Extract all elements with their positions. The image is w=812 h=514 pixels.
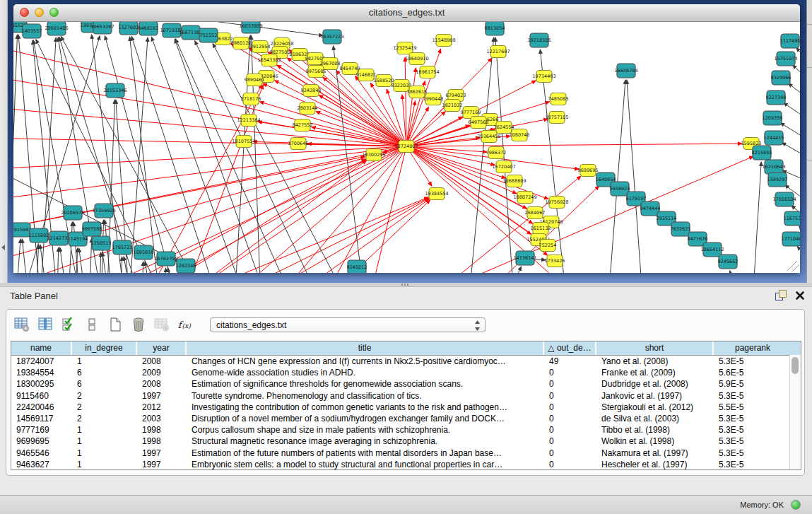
delete-column-icon[interactable]: [130, 316, 147, 333]
graph-node[interactable]: 12217697: [486, 46, 510, 58]
graph-node[interactable]: 14136141: [513, 251, 536, 265]
graph-node[interactable]: 2803144: [298, 103, 318, 115]
graph-node[interactable]: 2684067: [525, 207, 546, 219]
graph-node[interactable]: 752254: [539, 240, 557, 252]
graph-node[interactable]: 1599297: [767, 173, 788, 187]
graph-node[interactable]: 16782759: [154, 252, 177, 266]
graph-node[interactable]: 1621022: [442, 100, 463, 112]
graph-node[interactable]: 1250513: [91, 236, 112, 250]
table-row[interactable]: 946554611997Estimation of the future num…: [11, 448, 801, 459]
graph-node[interactable]: 3624554: [494, 122, 514, 134]
column-header-in_degree[interactable]: in_degree: [72, 341, 137, 355]
function-builder-icon[interactable]: f(x): [177, 316, 194, 333]
graph-node[interactable]: 1167533: [784, 211, 800, 226]
graph-node[interactable]: 1292346: [176, 259, 196, 273]
graph-node[interactable]: 16210643: [762, 160, 785, 174]
column-header-title[interactable]: title: [187, 341, 544, 355]
graph-node[interactable]: 8427552: [293, 119, 313, 132]
graph-node[interactable]: 1615132: [531, 223, 551, 235]
show-column-icon[interactable]: [37, 316, 54, 333]
table-row[interactable]: 946362711997Embryonic stem cells: a mode…: [11, 459, 801, 470]
graph-node[interactable]: 1209358: [763, 111, 783, 125]
graph-node[interactable]: 20206576: [61, 206, 84, 220]
graph-node[interactable]: 18757105: [545, 112, 568, 124]
graph-node[interactable]: 1700646: [288, 138, 309, 150]
graph-node[interactable]: 1990448: [423, 93, 444, 105]
table-select-dropdown[interactable]: citations_edges.txt: [210, 317, 486, 332]
network-canvas[interactable]: 1872400771638228960128891295423226058982…: [13, 22, 800, 273]
table-row[interactable]: 1456911722003Disruption of a novel membe…: [11, 413, 801, 424]
table-scrollbar[interactable]: [789, 355, 801, 469]
graph-node[interactable]: 15720407: [492, 161, 515, 173]
select-rows-icon[interactable]: [60, 316, 77, 333]
graph-node[interactable]: 1733426: [545, 255, 565, 267]
graph-node[interactable]: 17016504: [772, 192, 796, 206]
graph-node[interactable]: 16961754: [416, 66, 439, 78]
column-header-name[interactable]: name: [11, 341, 72, 355]
table-scrollbar-thumb[interactable]: [792, 357, 799, 374]
graph-node[interactable]: 1244415: [764, 131, 784, 145]
graph-node[interactable]: 9227349: [766, 90, 787, 105]
graph-node[interactable]: 18107554: [232, 136, 255, 148]
graph-node[interactable]: 7632621: [671, 222, 691, 236]
table-row[interactable]: 911546021997Tourette syndrome. Phenomeno…: [11, 390, 801, 402]
graph-node[interactable]: 1080748: [510, 129, 530, 141]
graph-node[interactable]: 9890461: [245, 74, 265, 86]
graph-node[interactable]: 1527602: [119, 22, 139, 35]
graph-node[interactable]: 8813054: [485, 22, 505, 35]
graph-node[interactable]: 9245652: [718, 255, 739, 269]
graph-node[interactable]: 10653287: [90, 22, 114, 34]
graph-node[interactable]: 9329966: [771, 71, 792, 85]
graph-node[interactable]: 16033809: [239, 22, 262, 33]
graph-node[interactable]: 9699695: [578, 165, 599, 177]
graph-node[interactable]: 20691406: [45, 22, 68, 35]
graph-node[interactable]: 2718176: [241, 93, 261, 105]
column-header-out_de[interactable]: △ out_de…: [544, 341, 596, 355]
graph-node[interactable]: 1115682: [29, 228, 49, 243]
graph-node[interactable]: 751552: [199, 28, 218, 42]
table-row[interactable]: 2242004622012Investigating the contribut…: [11, 402, 801, 413]
network-graph[interactable]: 1872400771638228960128891295423226058982…: [13, 22, 800, 273]
graph-node[interactable]: 7986372: [486, 147, 507, 159]
close-panel-icon[interactable]: [795, 291, 805, 300]
graph-node[interactable]: 1771046: [782, 232, 800, 246]
graph-node[interactable]: 7485083: [548, 93, 569, 105]
graph-node[interactable]: 18807249: [513, 192, 536, 204]
panel-splitter[interactable]: [0, 283, 812, 287]
graph-node[interactable]: 16648784: [614, 64, 637, 78]
graph-node[interactable]: 20153346: [103, 83, 126, 98]
table-mode-icon[interactable]: [13, 316, 30, 333]
graph-node[interactable]: 18357223: [320, 30, 343, 44]
splitter-grip-icon[interactable]: [401, 284, 410, 286]
graph-node[interactable]: 19218506: [527, 33, 551, 47]
graph-node[interactable]: 6466161: [139, 22, 159, 35]
network-window-titlebar[interactable]: citations_edges.txt: [13, 4, 800, 22]
graph-node[interactable]: 11548908: [432, 35, 455, 47]
graph-node[interactable]: 19756928: [545, 197, 568, 209]
graph-node[interactable]: 8960128: [231, 37, 252, 49]
table-row[interactable]: 969969511998Structural magnetic resonanc…: [11, 436, 801, 447]
column-header-year[interactable]: year: [137, 341, 187, 355]
graph-node[interactable]: 1403557: [22, 24, 42, 38]
table-row[interactable]: 1872400712008Changes of HCN gene express…: [11, 356, 801, 367]
graph-node[interactable]: 9975685: [306, 66, 326, 78]
expand-panel-arrow-icon[interactable]: [1, 245, 5, 250]
graph-node[interactable]: 9242848: [301, 85, 322, 97]
graph-node[interactable]: 6497568: [469, 117, 489, 129]
table-row[interactable]: 977716911998Corpus callosum shape and si…: [11, 424, 801, 436]
row-height-icon[interactable]: [83, 316, 100, 333]
float-panel-icon[interactable]: [775, 290, 787, 301]
column-header-pagerank[interactable]: pagerank: [714, 341, 792, 355]
graph-node[interactable]: 8215955: [752, 146, 772, 160]
graph-node[interactable]: 10688609: [502, 175, 526, 187]
graph-node[interactable]: 17359928: [92, 204, 115, 218]
column-header-short[interactable]: short: [596, 341, 714, 355]
graph-node[interactable]: 9997588: [82, 222, 102, 236]
graph-node[interactable]: 15751074: [774, 52, 797, 66]
graph-node[interactable]: 1795723: [112, 240, 133, 255]
graph-node[interactable]: 1117495: [780, 34, 800, 48]
graph-node[interactable]: 1095810: [134, 245, 154, 259]
graph-node[interactable]: 9245012: [347, 260, 367, 273]
graph-node[interactable]: 8912954: [250, 41, 271, 53]
new-column-icon[interactable]: [107, 316, 124, 333]
